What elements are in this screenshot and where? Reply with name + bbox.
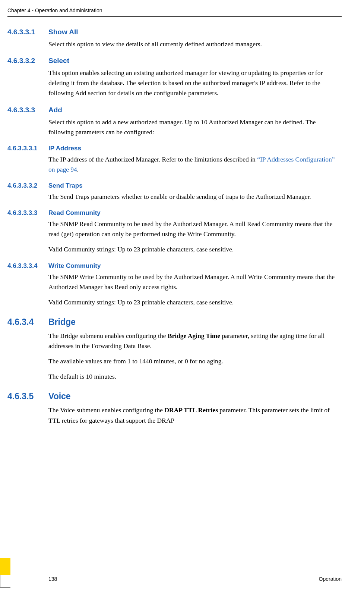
section-body: Read Community The SNMP Read Community t… (48, 209, 342, 260)
section-number: 4.6.3.4 (7, 317, 48, 387)
section-number: 4.6.3.3.1 (7, 28, 48, 54)
text-span: The Voice submenu enables configuring th… (48, 406, 164, 414)
binder-white-tab (0, 575, 10, 588)
paragraph: Valid Community strings: Up to 23 printa… (48, 297, 342, 307)
section-bridge: 4.6.3.4 Bridge The Bridge submenu enable… (7, 317, 342, 387)
section-body: Write Community The SNMP Write Community… (48, 262, 342, 313)
section-title: Voice (48, 391, 342, 401)
section-write-community: 4.6.3.3.3.4 Write Community The SNMP Wri… (7, 262, 342, 313)
section-title: Send Traps (48, 182, 342, 190)
section-body: Select This option enables selecting an … (48, 57, 342, 103)
section-show-all: 4.6.3.3.1 Show All Select this option to… (7, 28, 342, 54)
footer-rule (48, 572, 342, 572)
paragraph: The Send Traps parameters whether to ena… (48, 192, 342, 202)
section-title: Bridge (48, 317, 342, 327)
section-number: 4.6.3.3.3.1 (7, 145, 48, 180)
section-title: Write Community (48, 262, 342, 270)
paragraph: The default is 10 minutes. (48, 372, 342, 382)
header-rule (7, 16, 342, 17)
page-content: Chapter 4 - Operation and Administration… (0, 0, 364, 431)
text-span: The IP address of the Authorized Manager… (48, 156, 257, 163)
section-number: 4.6.3.3.3.2 (7, 182, 48, 207)
binder-yellow-tab (0, 558, 10, 575)
bold-term: DRAP TTL Retries (164, 406, 218, 414)
section-voice: 4.6.3.5 Voice The Voice submenu enables … (7, 391, 342, 430)
paragraph: Valid Community strings: Up to 23 printa… (48, 244, 342, 254)
section-number: 4.6.3.5 (7, 391, 48, 430)
section-send-traps: 4.6.3.3.3.2 Send Traps The Send Traps pa… (7, 182, 342, 207)
text-span: The Bridge submenu enables configuring t… (48, 332, 168, 339)
paragraph: The Bridge submenu enables configuring t… (48, 331, 342, 351)
footer-row: 138 Operation (7, 576, 342, 582)
paragraph: The SNMP Read Community to be used by th… (48, 219, 342, 239)
section-select: 4.6.3.3.2 Select This option enables sel… (7, 57, 342, 103)
paragraph: This option enables selecting an existin… (48, 68, 342, 98)
bold-term: Bridge Aging Time (168, 332, 220, 339)
paragraph: The available values are from 1 to 1440 … (48, 356, 342, 366)
section-title: IP Address (48, 145, 342, 152)
section-title: Read Community (48, 209, 342, 217)
paragraph: The SNMP Write Community to be used by t… (48, 272, 342, 292)
page-number: 138 (48, 576, 57, 582)
section-number: 4.6.3.3.3 (7, 106, 48, 143)
section-body: Voice The Voice submenu enables configur… (48, 391, 342, 430)
section-number: 4.6.3.3.2 (7, 57, 48, 103)
footer-label: Operation (319, 576, 342, 582)
section-add: 4.6.3.3.3 Add Select this option to add … (7, 106, 342, 143)
binder-tab-decoration (0, 550, 10, 595)
chapter-header: Chapter 4 - Operation and Administration (7, 7, 342, 13)
section-body: Bridge The Bridge submenu enables config… (48, 317, 342, 387)
section-title: Add (48, 106, 342, 114)
page-footer: 138 Operation (7, 572, 342, 582)
section-body: IP Address The IP address of the Authori… (48, 145, 342, 180)
section-title: Show All (48, 28, 342, 36)
paragraph: Select this option to view the details o… (48, 39, 342, 49)
text-span: . (77, 166, 79, 173)
section-body: Add Select this option to add a new auth… (48, 106, 342, 143)
section-title: Select (48, 57, 342, 65)
section-ip-address: 4.6.3.3.3.1 IP Address The IP address of… (7, 145, 342, 180)
paragraph: Select this option to add a new authoriz… (48, 117, 342, 137)
section-read-community: 4.6.3.3.3.3 Read Community The SNMP Read… (7, 209, 342, 260)
paragraph: The IP address of the Authorized Manager… (48, 154, 342, 175)
section-body: Send Traps The Send Traps parameters whe… (48, 182, 342, 207)
paragraph: The Voice submenu enables configuring th… (48, 405, 342, 425)
section-number: 4.6.3.3.3.4 (7, 262, 48, 313)
section-number: 4.6.3.3.3.3 (7, 209, 48, 260)
section-body: Show All Select this option to view the … (48, 28, 342, 54)
